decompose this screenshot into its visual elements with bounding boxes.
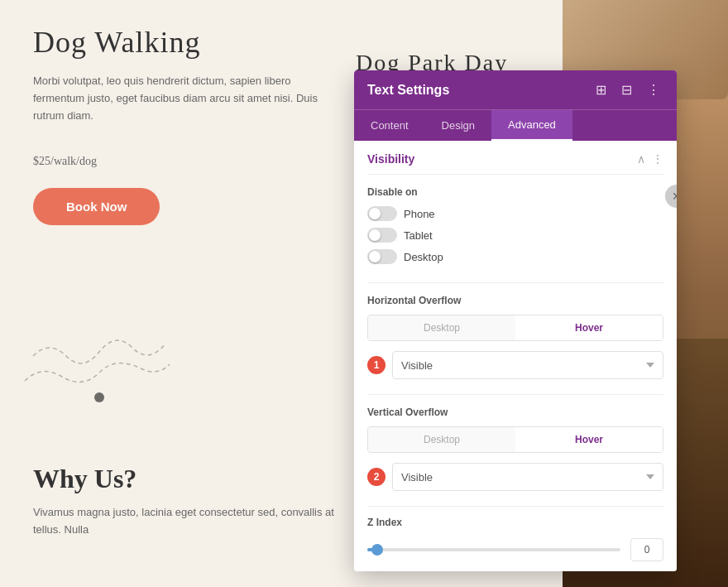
tab-advanced[interactable]: Advanced [491,110,572,141]
page-title: Dog Walking [33,25,323,60]
price-display: $25/walk/dog [33,141,323,171]
horizontal-select-row: 1 Visible Hidden Scroll Auto [367,351,663,379]
phone-checkbox-row: Phone [367,206,663,221]
svg-point-0 [94,392,104,402]
step-2-badge: 2 [367,468,386,486]
panel-header-icons: ⊞ ⊟ ⋮ [592,80,663,99]
expand-icon[interactable]: ⊞ [592,80,610,99]
vertical-overflow-label: Vertical Overflow [367,407,663,418]
section-more-icon[interactable]: ⋮ [652,152,663,166]
section-header-icons: ∧ ⋮ [637,152,663,166]
tablet-label: Tablet [404,229,433,242]
phone-label: Phone [404,208,435,220]
tablet-checkbox-row: Tablet [367,228,663,243]
horizontal-overflow-label: Horizontal Overflow [367,295,663,306]
vertical-overflow-select[interactable]: Visible Hidden Scroll Auto [392,463,663,491]
z-index-section: Z Index 0 [354,507,677,571]
vertical-overflow-group: Vertical Overflow Desktop Hover 2 Visibl… [354,395,677,506]
why-us-section: Why Us? Vivamus magna justo, lacinia ege… [33,464,347,539]
z-index-slider-thumb[interactable] [371,544,383,556]
tab-content[interactable]: Content [354,110,425,141]
disable-on-group: Disable on Phone Tablet Desktop [354,175,677,282]
phone-toggle[interactable] [367,206,397,221]
disable-on-label: Disable on [367,186,663,198]
vertical-select-row: 2 Visible Hidden Scroll Auto [367,463,663,491]
z-index-slider-row: 0 [367,538,663,561]
columns-icon[interactable]: ⊟ [618,80,635,99]
panel-body: Visibility ∧ ⋮ Disable on Phone Tablet D… [354,141,677,571]
why-us-description: Vivamus magna justo, lacinia eget consec… [33,504,347,539]
panel-tabs: Content Design Advanced [354,109,677,141]
page-description: Morbi volutpat, leo quis hendrerit dictu… [33,73,323,124]
tablet-toggle[interactable] [367,228,397,243]
more-options-icon[interactable]: ⋮ [644,80,663,99]
why-us-title: Why Us? [33,464,347,494]
price-value: $25 [33,155,50,167]
desktop-checkbox-row: Desktop [367,249,663,264]
desktop-toggle[interactable] [367,249,397,264]
horizontal-overflow-select[interactable]: Visible Hidden Scroll Auto [392,351,663,379]
panel-title: Text Settings [367,83,449,98]
z-index-value[interactable]: 0 [630,538,663,561]
visibility-section-title: Visibility [367,152,414,166]
horizontal-hover-tab[interactable]: Hover [515,315,663,340]
desktop-label: Desktop [404,251,443,263]
price-unit: /walk/dog [50,155,97,167]
z-index-label: Z Index [367,517,663,528]
panel-header: Text Settings ⊞ ⊟ ⋮ [354,70,677,109]
z-index-slider-track[interactable] [367,548,620,551]
settings-panel: Text Settings ⊞ ⊟ ⋮ Content Design Advan… [354,70,677,571]
step-1-badge: 1 [367,356,386,374]
horizontal-overflow-tabs: Desktop Hover [367,315,663,341]
visibility-section-header: Visibility ∧ ⋮ [354,141,677,174]
horizontal-desktop-tab[interactable]: Desktop [368,315,515,340]
vertical-hover-tab[interactable]: Hover [515,427,663,452]
vertical-overflow-tabs: Desktop Hover [367,426,663,453]
doodle-decoration [17,290,182,422]
horizontal-overflow-group: Horizontal Overflow Desktop Hover 1 Visi… [354,283,677,394]
book-now-button[interactable]: Book Now [33,188,160,225]
collapse-section-icon[interactable]: ∧ [637,152,645,166]
vertical-desktop-tab[interactable]: Desktop [368,427,515,452]
tab-design[interactable]: Design [425,110,491,141]
